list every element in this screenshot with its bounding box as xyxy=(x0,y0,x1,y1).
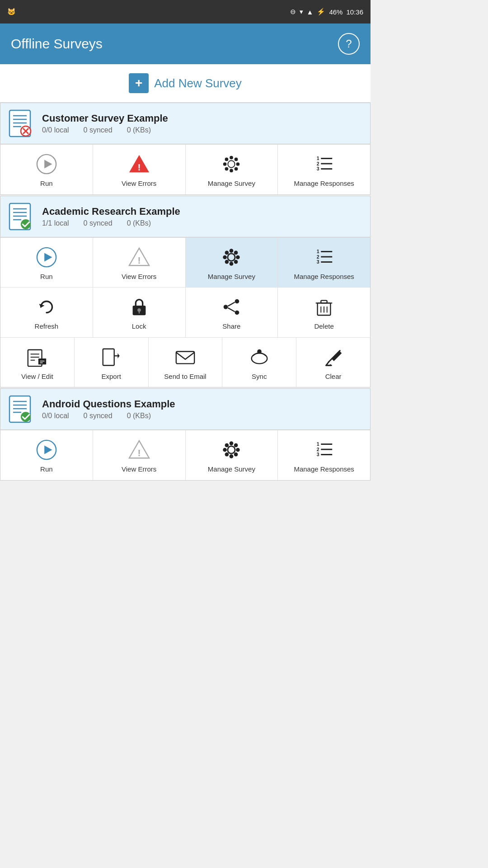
manage-responses-button-academic[interactable]: 1 2 3 Manage Responses xyxy=(278,238,370,288)
manage-survey-button-customer[interactable]: Manage Survey xyxy=(186,145,278,194)
svg-point-19 xyxy=(235,167,238,171)
svg-text:3: 3 xyxy=(317,259,319,264)
svg-point-15 xyxy=(230,169,234,173)
add-new-survey-button[interactable]: + Add New Survey xyxy=(129,73,242,93)
help-icon: ? xyxy=(346,38,352,50)
svg-point-89 xyxy=(329,364,331,365)
delete-label: Delete xyxy=(314,322,333,331)
manage-responses-label: Manage Responses xyxy=(294,179,354,188)
svg-point-103 xyxy=(223,448,227,452)
clear-button-academic[interactable]: Clear xyxy=(296,338,370,387)
manage-responses-button-android[interactable]: 1 2 3 Manage Responses xyxy=(278,430,370,480)
survey-card-android: Android Questions Example 0/0 local 0 sy… xyxy=(0,388,371,481)
manage-responses-label-android: Manage Responses xyxy=(294,465,354,474)
svg-text:1: 1 xyxy=(317,249,319,254)
manage-responses-button-customer[interactable]: 1 2 3 Manage Responses xyxy=(278,145,370,194)
view-errors-button-customer[interactable]: ! View Errors xyxy=(93,145,186,194)
view-errors-button-academic[interactable]: ! View Errors xyxy=(93,238,186,288)
svg-point-102 xyxy=(230,454,234,458)
svg-point-106 xyxy=(234,453,238,457)
svg-point-21 xyxy=(225,167,229,171)
refresh-button-academic[interactable]: Refresh xyxy=(0,288,93,337)
minus-icon: ⊖ xyxy=(290,8,296,16)
sync-button-academic[interactable]: Sync xyxy=(222,338,296,387)
run-button-academic[interactable]: Run xyxy=(0,238,93,288)
svg-point-101 xyxy=(230,441,234,445)
plus-icon: + xyxy=(129,73,149,93)
svg-rect-81 xyxy=(176,351,194,363)
synced-count: 0 synced xyxy=(84,126,113,134)
add-survey-section: + Add New Survey xyxy=(0,64,371,103)
app-icon: 🐱 xyxy=(7,8,16,16)
send-email-label: Send to Email xyxy=(164,372,206,381)
svg-point-42 xyxy=(230,262,234,266)
survey-stats-customer: 0/0 local 0 synced 0 (KBs) xyxy=(42,126,363,134)
manage-survey-button-academic[interactable]: Manage Survey xyxy=(186,238,278,288)
app-bar: Offline Surveys ? xyxy=(0,24,371,64)
lock-button-academic[interactable]: Lock xyxy=(93,288,186,337)
view-edit-button-academic[interactable]: View / Edit xyxy=(0,338,75,387)
battery-icon: ⚡ xyxy=(317,8,325,16)
svg-point-104 xyxy=(236,448,240,452)
svg-marker-97 xyxy=(44,445,52,454)
svg-point-20 xyxy=(235,158,238,161)
export-button-academic[interactable]: Export xyxy=(75,338,149,387)
svg-point-109 xyxy=(229,447,235,453)
delete-button-academic[interactable]: Delete xyxy=(278,288,370,337)
run-button-customer[interactable]: Run xyxy=(0,145,93,194)
svg-text:3: 3 xyxy=(317,452,319,457)
app-title: Offline Surveys xyxy=(11,36,103,52)
refresh-label: Refresh xyxy=(35,322,59,331)
share-button-academic[interactable]: Share xyxy=(186,288,278,337)
manage-responses-label-academic: Manage Responses xyxy=(294,272,354,281)
view-errors-label: View Errors xyxy=(122,179,156,188)
survey-header-academic: Academic Research Example 1/1 local 0 sy… xyxy=(0,196,370,237)
svg-marker-10 xyxy=(44,160,52,168)
survey-stats-android: 0/0 local 0 synced 0 (KBs) xyxy=(42,412,363,420)
size-academic: 0 (KBs) xyxy=(127,219,151,227)
signal-icon: ▲ xyxy=(307,8,314,16)
svg-point-87 xyxy=(326,363,328,365)
svg-marker-80 xyxy=(118,353,120,359)
local-count-android: 0/0 local xyxy=(42,412,69,420)
action-row-customer: Run ! View Errors xyxy=(0,144,370,194)
local-count: 0/0 local xyxy=(42,126,69,134)
svg-point-17 xyxy=(236,162,240,166)
run-button-android[interactable]: Run xyxy=(0,430,93,480)
svg-point-107 xyxy=(234,443,238,448)
status-bar: 🐱 ⊖ ▾ ▲ ⚡ 46% 10:36 xyxy=(0,0,371,24)
help-button[interactable]: ? xyxy=(338,33,360,55)
svg-point-83 xyxy=(257,349,262,354)
view-edit-label: View / Edit xyxy=(21,372,53,381)
svg-text:!: ! xyxy=(137,448,141,458)
view-errors-button-android[interactable]: ! View Errors xyxy=(93,430,186,480)
svg-point-22 xyxy=(229,161,235,167)
svg-point-44 xyxy=(236,255,240,259)
survey-header-customer: Customer Survey Example 0/0 local 0 sync… xyxy=(0,103,370,144)
survey-card-academic: Academic Research Example 1/1 local 0 sy… xyxy=(0,196,371,388)
svg-text:!: ! xyxy=(137,162,141,172)
survey-icon-customer xyxy=(8,109,36,137)
survey-title-academic: Academic Research Example xyxy=(42,206,363,217)
svg-rect-67 xyxy=(321,301,327,303)
svg-point-45 xyxy=(225,250,229,255)
size: 0 (KBs) xyxy=(127,126,151,134)
svg-text:2: 2 xyxy=(317,161,319,166)
survey-icon-android xyxy=(8,395,36,423)
survey-stats-academic: 1/1 local 0 synced 0 (KBs) xyxy=(42,219,363,227)
send-email-button-academic[interactable]: Send to Email xyxy=(149,338,223,387)
synced-count-android: 0 synced xyxy=(84,412,113,420)
action-row-2-academic: Refresh Lock xyxy=(0,287,370,337)
export-label: Export xyxy=(102,372,121,381)
svg-point-14 xyxy=(230,156,234,160)
size-android: 0 (KBs) xyxy=(127,412,151,420)
survey-header-android: Android Questions Example 0/0 local 0 sy… xyxy=(0,389,370,430)
survey-title-customer: Customer Survey Example xyxy=(42,113,363,124)
svg-point-61 xyxy=(235,311,239,315)
survey-icon-academic xyxy=(8,203,36,231)
time: 10:36 xyxy=(346,8,363,16)
svg-rect-78 xyxy=(103,349,114,365)
manage-survey-button-android[interactable]: Manage Survey xyxy=(186,430,278,480)
svg-line-63 xyxy=(228,302,235,306)
svg-point-108 xyxy=(225,453,229,457)
